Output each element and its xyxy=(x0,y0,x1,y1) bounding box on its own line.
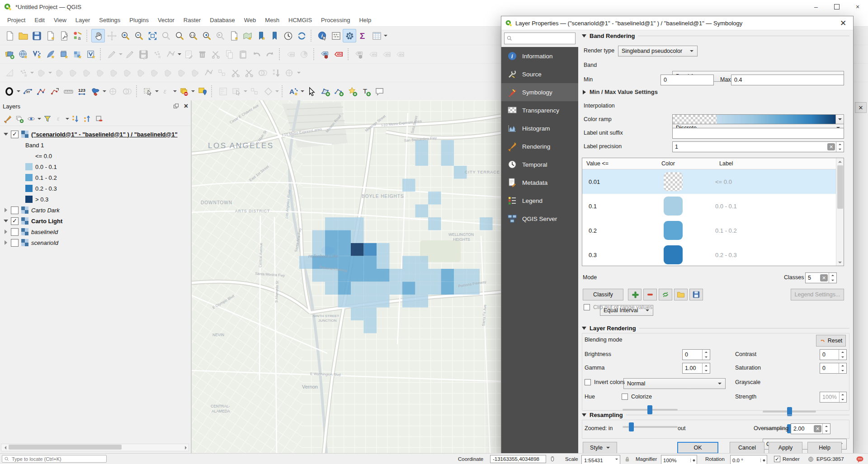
menu-raster[interactable]: Raster xyxy=(179,15,205,25)
col-header-label[interactable]: Label xyxy=(715,158,844,169)
toggle-unplaced-labels-icon[interactable] xyxy=(332,47,345,61)
brightness-spin[interactable]: 0 xyxy=(682,349,710,360)
resampling-header[interactable]: Resampling xyxy=(582,412,849,418)
statistical-summary-icon[interactable] xyxy=(329,29,343,42)
scrollbar-thumb[interactable] xyxy=(9,445,122,450)
scale-combo[interactable]: 1:55431 xyxy=(581,455,620,464)
legend-settings-button[interactable]: Legend Settings... xyxy=(791,289,844,300)
menu-view[interactable]: View xyxy=(49,15,71,25)
layer-checkbox[interactable]: ✓ xyxy=(11,217,19,225)
scroll-left-icon[interactable] xyxy=(1,445,8,450)
reload-classes-button[interactable] xyxy=(659,289,672,300)
sidebar-item-metadata[interactable]: Metadata xyxy=(501,173,578,192)
min-input[interactable]: 0 xyxy=(660,75,714,85)
classification-table[interactable]: Value <= Color Label 0.01 <= 0.0 0.1 0.0… xyxy=(582,158,844,266)
map-tips-icon[interactable] xyxy=(373,84,386,98)
class-row[interactable]: 0.1 0.0 - 0.1 xyxy=(582,194,844,218)
apply-button[interactable]: Apply xyxy=(769,442,802,454)
remove-layer-icon[interactable] xyxy=(93,113,105,125)
classes-spin[interactable]: 5 ✕ xyxy=(805,272,837,283)
add-raster-layer-icon[interactable] xyxy=(71,47,84,61)
maximize-button[interactable] xyxy=(826,0,847,14)
show-bookmarks-icon[interactable] xyxy=(268,29,281,42)
add-wms-layer-icon[interactable] xyxy=(16,47,30,61)
legend-class-row[interactable]: 0.0 - 0.1 xyxy=(0,161,191,172)
filter-legend-icon[interactable] xyxy=(42,113,53,125)
add-curve-icon[interactable] xyxy=(34,84,48,98)
lock-scale-icon[interactable] xyxy=(624,454,631,464)
measure-line-icon[interactable] xyxy=(61,84,75,98)
render-checkbox[interactable]: ✓Render xyxy=(774,454,800,464)
menu-layer[interactable]: Layer xyxy=(71,15,95,25)
polygon-annotation-icon[interactable] xyxy=(318,84,332,98)
zoom-full-icon[interactable] xyxy=(146,29,159,42)
add-xy-point-icon[interactable] xyxy=(21,84,34,98)
sidebar-item-information[interactable]: iInformation xyxy=(501,47,578,65)
marker-annotation-icon[interactable] xyxy=(345,84,359,98)
highlight-pinned-labels-icon[interactable] xyxy=(318,47,332,61)
clip-out-of-range-checkbox[interactable]: Clip out of range values xyxy=(584,304,652,310)
add-delimited-text-layer-icon[interactable] xyxy=(43,47,57,61)
spin-arrows[interactable] xyxy=(829,273,836,283)
expand-all-icon[interactable] xyxy=(70,113,81,125)
clear-value-icon[interactable]: ✕ xyxy=(814,425,821,432)
scrollbar-thumb[interactable] xyxy=(837,165,843,209)
sidebar-item-source[interactable]: Source xyxy=(501,65,578,83)
layer-checkbox[interactable] xyxy=(11,206,19,214)
new-map-view-icon[interactable] xyxy=(227,29,241,42)
menu-processing[interactable]: Processing xyxy=(316,15,354,25)
layer-label[interactable]: scenarioId xyxy=(31,239,58,246)
add-mesh-layer-icon[interactable] xyxy=(57,47,71,61)
brightness-slider[interactable] xyxy=(623,409,678,411)
sidebar-item-temporal[interactable]: Temporal xyxy=(501,155,578,173)
strength-spin[interactable]: 100% xyxy=(820,392,847,403)
ok-button[interactable]: OK xyxy=(677,442,718,454)
menu-mesh[interactable]: Mesh xyxy=(260,15,284,25)
layer-row-baselineid[interactable]: baselineId xyxy=(0,226,191,237)
color-ramp-widget[interactable] xyxy=(672,114,844,124)
sidebar-item-legend[interactable]: Legend xyxy=(501,192,578,210)
zoom-out-icon[interactable] xyxy=(132,29,146,42)
float-panel-icon[interactable] xyxy=(173,103,179,110)
classify-button[interactable]: Classify xyxy=(583,289,623,300)
zoom-native-icon[interactable] xyxy=(186,29,200,42)
band-row[interactable]: Band 1 xyxy=(0,140,191,150)
save-color-map-button[interactable] xyxy=(689,289,703,300)
table-vscrollbar[interactable] xyxy=(836,158,844,266)
crs-globe-icon[interactable] xyxy=(807,454,814,464)
vertex-tool-dropdown[interactable] xyxy=(177,47,182,61)
sidebar-item-symbology[interactable]: Symbology xyxy=(501,83,578,101)
expander-icon[interactable] xyxy=(4,132,8,136)
scroll-down-icon[interactable] xyxy=(836,259,844,266)
render-type-combo[interactable]: Singleband pseudocolor xyxy=(618,46,698,56)
scroll-up-icon[interactable] xyxy=(836,158,844,165)
clear-value-icon[interactable]: ✕ xyxy=(820,274,828,281)
contrast-spin[interactable]: 0 xyxy=(820,349,847,360)
layer-checkbox[interactable]: ✓ xyxy=(11,131,19,138)
colorize-checkbox[interactable]: Colorize xyxy=(622,394,652,400)
close-button[interactable]: × xyxy=(847,0,868,14)
properties-search-input[interactable] xyxy=(514,35,571,42)
expander-icon[interactable] xyxy=(4,230,8,234)
col-header-value[interactable]: Value <= xyxy=(582,158,657,169)
attribute-table-icon[interactable] xyxy=(370,29,383,42)
sidebar-item-histogram[interactable]: Histogram xyxy=(501,119,578,137)
sidebar-item-qgis-server[interactable]: QGIS Server xyxy=(501,210,578,228)
sidebar-item-rendering[interactable]: Rendering xyxy=(501,137,578,155)
class-row[interactable]: 0.2 0.1 - 0.2 xyxy=(582,218,844,243)
layers-panel-hscrollbar[interactable] xyxy=(1,444,189,451)
save-project-icon[interactable] xyxy=(30,29,43,42)
class-row[interactable]: 0.01 <= 0.0 xyxy=(582,169,844,194)
select-by-expression-dropdown[interactable] xyxy=(173,84,177,98)
select-features-dropdown[interactable] xyxy=(155,84,159,98)
layer-rendering-header[interactable]: Layer Rendering xyxy=(582,325,849,332)
help-button[interactable]: Help xyxy=(807,442,842,454)
expander-icon[interactable] xyxy=(4,240,8,245)
layer-label[interactable]: Carto Light xyxy=(31,218,62,225)
label-unit-suffix-input[interactable] xyxy=(672,128,844,139)
color-ramp-dropdown[interactable] xyxy=(836,114,844,124)
deselect-all-dropdown[interactable] xyxy=(191,84,195,98)
layer-label[interactable]: ("scenarioId@1" - "baselineId@1" ) / "ba… xyxy=(31,131,178,138)
class-color-swatch[interactable] xyxy=(664,197,683,216)
style-manager-icon[interactable] xyxy=(71,29,84,42)
